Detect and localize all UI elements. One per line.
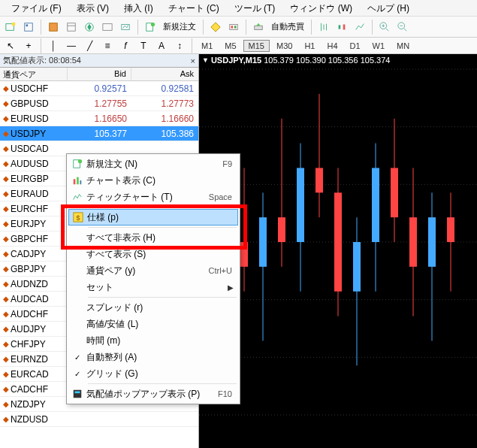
ctx-popup[interactable]: 気配値ポップアップ表示 (P) F10 <box>68 386 238 402</box>
ctx-spread-label: スプレッド (r) <box>86 301 232 314</box>
symbol-row-usdjpy[interactable]: ◆USDJPY 105.377 105.386 <box>0 126 198 141</box>
menu-file[interactable]: ファイル (F) <box>4 0 69 16</box>
terminal-icon[interactable] <box>99 19 116 35</box>
timeframe-bar: ↖ + │ — ╱ ≡ f T A ↕ M1M5M15M30H1H4D1W1MN <box>0 38 477 54</box>
fibonacci-icon[interactable]: f <box>117 38 134 54</box>
channel-icon[interactable]: ≡ <box>99 38 116 54</box>
symbol-label: EURCAD <box>11 369 49 380</box>
ctx-hide-all[interactable]: すべて非表示 (H) <box>68 229 238 246</box>
tf-h1[interactable]: H1 <box>299 40 320 52</box>
autotrade-label[interactable]: 自動売買 <box>268 21 307 32</box>
horizontal-line-icon[interactable]: — <box>63 38 80 54</box>
arrows-icon[interactable]: ↕ <box>171 38 188 54</box>
ctx-sets[interactable]: セット ▶ <box>68 279 238 295</box>
metaeditor-icon[interactable] <box>207 19 224 35</box>
new-order-icon[interactable] <box>142 19 158 35</box>
ask-value: 1.27773 <box>131 98 198 109</box>
ctx-chart-display[interactable]: チャート表示 (C) <box>68 172 238 189</box>
bid-value: 105.377 <box>68 129 131 139</box>
submenu-arrow-icon: ▶ <box>228 283 234 292</box>
ctx-grid[interactable]: ✓ グリッド (G) <box>68 365 238 382</box>
ctx-highlow[interactable]: 高値/安値 (L) <box>68 316 238 332</box>
tf-mn[interactable]: MN <box>391 40 415 52</box>
bid-value: 1.16650 <box>68 114 131 124</box>
tf-m1[interactable]: M1 <box>196 40 218 52</box>
ctx-separator <box>88 207 237 207</box>
ctx-spread[interactable]: スプレッド (r) <box>68 299 238 316</box>
svg-rect-45 <box>278 217 285 242</box>
navigator-icon[interactable] <box>81 19 98 35</box>
new-chart-icon[interactable] <box>2 19 19 35</box>
data-window-icon[interactable] <box>63 19 80 35</box>
cursor-icon[interactable]: ↖ <box>2 38 19 54</box>
svg-rect-68 <box>80 180 82 184</box>
zoom-out-icon[interactable] <box>394 19 411 35</box>
tf-h4[interactable]: H4 <box>322 40 343 52</box>
svg-rect-57 <box>391 168 398 217</box>
bar-chart-icon[interactable] <box>315 19 332 35</box>
candle-chart-icon[interactable] <box>334 19 350 35</box>
svg-rect-51 <box>334 192 342 291</box>
symbol-label: CHFJPY <box>11 339 46 350</box>
symbol-row-nzdusd[interactable]: ◆NZDUSD <box>0 412 198 427</box>
autotrade-icon[interactable] <box>250 19 267 35</box>
svg-rect-47 <box>297 168 304 242</box>
line-chart-icon[interactable] <box>352 19 368 35</box>
ctx-new-order[interactable]: 新規注文 (N) F9 <box>68 156 238 172</box>
ctx-symbols-label: 通貨ペア (y) <box>86 265 209 277</box>
crosshair-icon[interactable]: + <box>20 38 37 54</box>
symbol-row-eurusd[interactable]: ◆EURUSD 1.16650 1.16660 <box>0 111 198 126</box>
text-label-icon[interactable]: A <box>153 38 170 54</box>
profile-icon[interactable] <box>20 19 37 35</box>
trendline-icon[interactable]: ╱ <box>81 38 98 54</box>
symbol-row-usdchf[interactable]: ◆USDCHF 0.92571 0.92581 <box>0 81 198 96</box>
ctx-popup-label: 気配値ポップアップ表示 (P) <box>86 388 218 401</box>
svg-line-25 <box>386 28 389 31</box>
svg-rect-43 <box>259 217 267 267</box>
menu-insert[interactable]: 挿入 (I) <box>116 0 161 16</box>
menu-chart[interactable]: チャート (C) <box>161 0 227 16</box>
tf-m30[interactable]: M30 <box>271 40 297 52</box>
tf-d1[interactable]: D1 <box>345 40 366 52</box>
vertical-line-icon[interactable]: │ <box>45 38 62 54</box>
text-icon[interactable]: T <box>135 38 152 54</box>
tf-m5[interactable]: M5 <box>219 40 241 52</box>
options-icon[interactable] <box>225 19 242 35</box>
ctx-spec[interactable]: $ 仕様 (p) <box>68 209 238 226</box>
tf-m15[interactable]: M15 <box>243 40 270 52</box>
toolbar-separator <box>137 20 138 35</box>
symbol-label: AUDCAD <box>11 294 49 304</box>
new-order-label[interactable]: 新規注文 <box>160 21 199 32</box>
svg-point-65 <box>78 159 82 163</box>
svg-rect-2 <box>25 23 33 31</box>
context-menu: 新規注文 (N) F9 チャート表示 (C) ティックチャート (T) Spac… <box>66 153 240 404</box>
menu-help[interactable]: ヘルプ (H) <box>360 0 417 16</box>
col-ask-header[interactable]: Ask <box>131 68 198 80</box>
arrow-icon: ◆ <box>3 189 9 198</box>
symbol-label: EURCHF <box>11 204 48 214</box>
ctx-tick-chart[interactable]: ティックチャート (T) Space <box>68 189 238 205</box>
menu-window[interactable]: ウィンドウ (W) <box>282 0 360 16</box>
tf-w1[interactable]: W1 <box>367 40 391 52</box>
ctx-autoarrange[interactable]: ✓ 自動整列 (A) <box>68 349 238 365</box>
ctx-symbols[interactable]: 通貨ペア (y) Ctrl+U <box>68 262 238 279</box>
symbol-label: EURJPY <box>11 219 46 229</box>
col-bid-header[interactable]: Bid <box>68 68 131 80</box>
arrow-icon: ◆ <box>3 114 9 123</box>
strategy-tester-icon[interactable] <box>117 19 134 35</box>
ctx-time[interactable]: 時間 (m) <box>68 332 238 349</box>
col-symbol-header[interactable]: 通貨ペア <box>0 68 68 80</box>
symbol-row-gbpusd[interactable]: ◆GBPUSD 1.27755 1.27773 <box>0 96 198 111</box>
zoom-in-icon[interactable] <box>376 19 393 35</box>
symbol-label: AUDJPY <box>11 324 46 334</box>
symbol-label: NZDJPY <box>11 399 46 410</box>
close-icon[interactable]: × <box>191 56 195 65</box>
market-watch-icon[interactable] <box>45 19 62 35</box>
menu-tools[interactable]: ツール (T) <box>227 0 283 16</box>
svg-rect-22 <box>339 25 341 29</box>
arrow-icon: ◆ <box>3 355 9 363</box>
arrow-icon: ◆ <box>3 84 9 92</box>
chart-area[interactable]: ▼ USDJPY,M15 105.379 105.390 105.356 105… <box>199 54 477 448</box>
menu-view[interactable]: 表示 (V) <box>69 0 116 16</box>
ctx-show-all[interactable]: すべて表示 (S) <box>68 246 238 262</box>
